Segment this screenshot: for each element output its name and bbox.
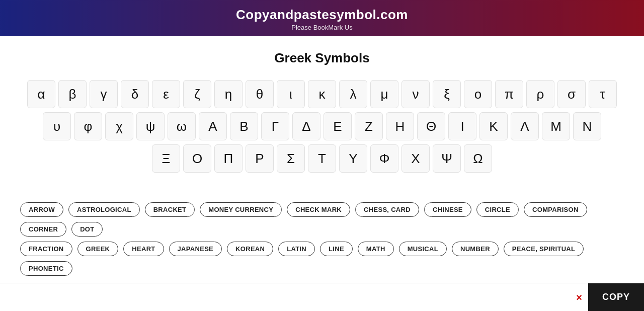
symbol-cell[interactable]: Α: [199, 112, 227, 140]
symbol-cell[interactable]: Μ: [542, 112, 570, 140]
categories-section: ARROWASTROLOGICALBRACKETMONEY CURRENCYCH…: [0, 197, 644, 288]
symbol-cell[interactable]: ο: [464, 80, 492, 108]
category-badge-corner[interactable]: CORNER: [20, 222, 66, 237]
input-wrapper: ×: [6, 288, 588, 306]
symbol-cell[interactable]: ρ: [526, 80, 554, 108]
category-badge-circle[interactable]: CIRCLE: [476, 202, 519, 217]
symbol-cell[interactable]: ε: [152, 80, 180, 108]
symbol-row-0: αβγδεζηθικλμνξοπρστ: [27, 80, 617, 108]
symbol-cell[interactable]: Ξ: [152, 144, 180, 173]
symbol-cell[interactable]: Ω: [464, 144, 492, 173]
symbol-cell[interactable]: σ: [557, 80, 586, 108]
category-badge-chinese[interactable]: CHINESE: [424, 202, 471, 217]
symbol-cell[interactable]: γ: [90, 80, 118, 108]
symbol-cell[interactable]: Ο: [183, 144, 211, 173]
symbol-cell[interactable]: ξ: [433, 80, 461, 108]
symbol-cell[interactable]: λ: [339, 80, 367, 108]
category-badge-arrow[interactable]: ARROW: [20, 202, 63, 217]
symbol-row-1: υφχψωΑΒΓΔΕΖΗΘΙΚΛΜΝ: [43, 112, 601, 140]
category-badge-comparison[interactable]: COMPARISON: [524, 202, 587, 217]
category-badge-phonetic[interactable]: PHONETIC: [20, 261, 72, 276]
symbol-cell[interactable]: ι: [277, 80, 305, 108]
category-badge-musical[interactable]: MUSICAL: [399, 242, 447, 256]
site-title: Copyandpastesymbol.com: [0, 7, 644, 23]
category-badge-bracket[interactable]: BRACKET: [145, 202, 195, 217]
symbol-cell[interactable]: Η: [386, 112, 414, 140]
symbol-cell[interactable]: Κ: [479, 112, 508, 140]
symbol-cell[interactable]: υ: [43, 112, 71, 140]
symbol-cell[interactable]: χ: [105, 112, 133, 140]
symbol-cell[interactable]: Θ: [417, 112, 445, 140]
symbol-cell[interactable]: Υ: [339, 144, 367, 173]
category-row-2: FRACTIONGREEKHEARTJAPANESEKOREANLATINLIN…: [20, 242, 624, 276]
site-header: Copyandpastesymbol.com Please BookMark U…: [0, 0, 644, 36]
symbol-cell[interactable]: δ: [121, 80, 149, 108]
page-title: Greek Symbols: [20, 50, 624, 66]
symbol-cell[interactable]: τ: [589, 80, 617, 108]
symbol-cell[interactable]: Λ: [511, 112, 539, 140]
symbol-cell[interactable]: ν: [401, 80, 430, 108]
symbol-cell[interactable]: κ: [308, 80, 336, 108]
category-badge-peace--spiritual[interactable]: PEACE, SPIRITUAL: [504, 242, 584, 256]
category-badge-dot[interactable]: DOT: [71, 222, 103, 237]
category-badge-line[interactable]: LINE: [320, 242, 353, 256]
symbols-grid: αβγδεζηθικλμνξοπρστυφχψωΑΒΓΔΕΖΗΘΙΚΛΜΝΞΟΠ…: [20, 80, 624, 173]
symbol-cell[interactable]: ω: [168, 112, 196, 140]
copy-button[interactable]: COPY: [588, 283, 644, 312]
site-subtitle: Please BookMark Us: [0, 24, 644, 31]
symbol-cell[interactable]: Π: [214, 144, 243, 173]
symbol-cell[interactable]: Σ: [277, 144, 305, 173]
symbol-cell[interactable]: Φ: [370, 144, 398, 173]
category-badge-math[interactable]: MATH: [358, 242, 394, 256]
category-row-1: ARROWASTROLOGICALBRACKETMONEY CURRENCYCH…: [20, 202, 624, 237]
symbol-cell[interactable]: φ: [74, 112, 102, 140]
symbol-cell[interactable]: π: [495, 80, 523, 108]
footer-bar: × COPY: [0, 283, 644, 311]
symbol-cell[interactable]: β: [58, 80, 87, 108]
category-badge-astrological[interactable]: ASTROLOGICAL: [68, 202, 140, 217]
category-badge-korean[interactable]: KOREAN: [227, 242, 273, 256]
symbol-cell[interactable]: Χ: [401, 144, 430, 173]
category-badge-fraction[interactable]: FRACTION: [20, 242, 72, 256]
category-badge-latin[interactable]: LATIN: [278, 242, 315, 256]
category-badge-heart[interactable]: HEART: [123, 242, 164, 256]
symbol-cell[interactable]: Ζ: [355, 112, 383, 140]
symbol-cell[interactable]: ζ: [183, 80, 211, 108]
main-content: Greek Symbols αβγδεζηθικλμνξοπρστυφχψωΑΒ…: [0, 36, 644, 197]
symbol-cell[interactable]: Δ: [292, 112, 320, 140]
symbol-cell[interactable]: α: [27, 80, 55, 108]
symbol-cell[interactable]: Γ: [261, 112, 289, 140]
symbol-row-2: ΞΟΠΡΣΤΥΦΧΨΩ: [152, 144, 492, 173]
category-badge-money-currency[interactable]: MONEY CURRENCY: [200, 202, 282, 217]
category-badge-japanese[interactable]: JAPANESE: [169, 242, 222, 256]
symbol-cell[interactable]: Ε: [324, 112, 352, 140]
category-badge-chess--card[interactable]: CHESS, CARD: [355, 202, 419, 217]
symbol-cell[interactable]: Ι: [448, 112, 476, 140]
symbol-cell[interactable]: Τ: [308, 144, 336, 173]
symbol-cell[interactable]: Ρ: [246, 144, 274, 173]
symbol-cell[interactable]: Ψ: [433, 144, 461, 173]
symbol-cell[interactable]: ψ: [136, 112, 165, 140]
symbol-cell[interactable]: Β: [230, 112, 258, 140]
category-badge-number[interactable]: NUMBER: [452, 242, 499, 256]
symbol-cell[interactable]: μ: [370, 80, 398, 108]
clear-button[interactable]: ×: [574, 292, 584, 302]
category-badge-check-mark[interactable]: CHECK MARK: [287, 202, 350, 217]
symbol-input[interactable]: [6, 288, 588, 306]
symbol-cell[interactable]: η: [214, 80, 243, 108]
symbol-cell[interactable]: θ: [246, 80, 274, 108]
category-badge-greek[interactable]: GREEK: [77, 242, 119, 256]
symbol-cell[interactable]: Ν: [573, 112, 601, 140]
